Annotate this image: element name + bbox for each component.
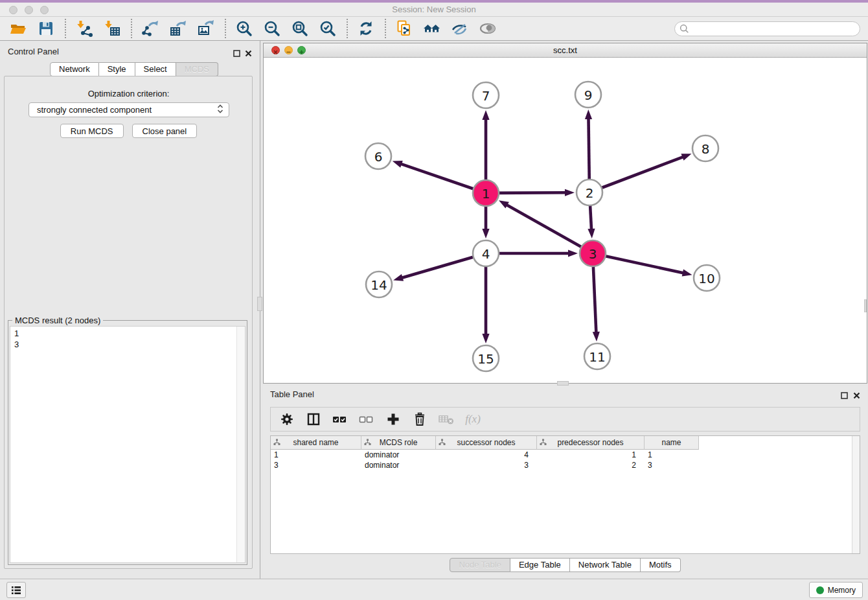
export-table-icon[interactable] [166, 17, 190, 40]
table-cell-predecessor-nodes[interactable]: 1 [537, 450, 645, 460]
graph-edge-arrowhead-1-7 [482, 110, 489, 120]
delete-column-icon[interactable] [411, 411, 428, 428]
close-table-panel-icon[interactable] [853, 390, 861, 398]
column-header-predecessor-nodes[interactable]: predecessor nodes [537, 436, 645, 450]
panel-divider-handle[interactable] [257, 297, 262, 311]
import-table-icon[interactable] [100, 17, 124, 40]
column-header-name[interactable]: name [645, 436, 699, 450]
toolbar-separator [385, 19, 386, 38]
table-cell-shared-name[interactable]: 3 [271, 460, 361, 470]
toolbar-separator [65, 19, 66, 38]
horizontal-divider-handle[interactable] [557, 381, 569, 386]
table-tab-motifs[interactable]: Motifs [641, 558, 681, 572]
add-column-icon[interactable] [385, 411, 402, 428]
network-canvas[interactable]: 7968124314101511 [264, 58, 867, 383]
table-tab-network-table[interactable]: Network Table [570, 558, 641, 572]
select-stepper-icon [217, 104, 223, 116]
table-toolbar: f(x) [270, 407, 860, 432]
search-field [674, 21, 860, 36]
zoom-fit-icon[interactable] [288, 17, 312, 40]
graph-edge-arrowhead-4-15 [482, 334, 489, 343]
tab-mcds[interactable]: MCDS [176, 62, 218, 76]
table-settings-icon[interactable] [279, 411, 295, 428]
export-image-icon[interactable] [194, 17, 218, 40]
table-cell-name[interactable]: 1 [645, 450, 699, 460]
deselect-all-icon[interactable] [358, 411, 375, 428]
table-tab-node-table[interactable]: Node Table [450, 558, 510, 572]
save-session-icon[interactable] [34, 17, 58, 40]
memory-label: Memory [828, 586, 856, 595]
graph-node-label-7: 7 [482, 88, 490, 104]
select-all-icon[interactable] [332, 411, 348, 428]
column-header-successor-nodes[interactable]: successor nodes [436, 436, 537, 450]
application-window: Session: New Session [0, 0, 868, 600]
graph-node-label-3: 3 [589, 246, 597, 262]
graph-node-label-14: 14 [371, 277, 387, 293]
titlebar: Session: New Session [0, 3, 868, 17]
close-panel-button[interactable]: Close panel [132, 124, 198, 138]
table-cell-mcds-role[interactable]: dominator [361, 460, 436, 470]
table-cell-successor-nodes[interactable]: 3 [436, 460, 537, 470]
memory-button[interactable]: Memory [809, 582, 863, 598]
result-scrollbar[interactable] [236, 327, 245, 562]
network-graph: 7968124314101511 [264, 58, 867, 383]
float-panel-icon[interactable] [233, 48, 241, 56]
graph-edge-arrowhead-4-3 [568, 249, 578, 257]
graph-node-label-4: 4 [482, 246, 490, 262]
graph-edge-3-10[interactable] [593, 253, 684, 273]
table-body: 1dominator4113dominator323 [271, 450, 860, 470]
table-row[interactable]: 3dominator323 [271, 460, 860, 470]
tab-network[interactable]: Network [50, 62, 99, 76]
graph-edge-arrowhead-1-2 [565, 189, 575, 196]
delete-table-icon[interactable] [438, 411, 455, 428]
function-builder-icon[interactable]: f(x) [464, 411, 481, 428]
choose-columns-icon[interactable] [305, 411, 322, 428]
zoom-in-icon[interactable] [233, 17, 256, 40]
hide-graphics-details-icon[interactable] [448, 17, 472, 40]
table-cell-name[interactable]: 3 [645, 460, 699, 470]
graph-edge-3-1[interactable] [506, 205, 593, 253]
optimization-criterion-select[interactable]: strongly connected component [29, 102, 229, 117]
memory-status-icon [816, 586, 824, 594]
search-input[interactable] [674, 21, 860, 36]
table-cell-shared-name[interactable]: 1 [271, 450, 361, 460]
table-tab-edge-table[interactable]: Edge Table [510, 558, 570, 572]
zoom-out-icon[interactable] [260, 17, 284, 40]
zoom-selected-icon[interactable] [316, 17, 339, 40]
toolbar-separator [131, 19, 132, 38]
eye-icon[interactable] [476, 17, 499, 40]
table-cell-predecessor-nodes[interactable]: 2 [537, 460, 645, 470]
control-panel-tabs: NetworkStyleSelectMCDS [50, 62, 218, 76]
run-mcds-button[interactable]: Run MCDS [60, 124, 124, 138]
table-cell-successor-nodes[interactable]: 4 [436, 450, 537, 460]
column-header-shared-name[interactable]: shared name [271, 436, 361, 450]
open-session-icon[interactable] [6, 17, 30, 40]
close-panel-icon[interactable] [245, 48, 253, 56]
refresh-view-icon[interactable] [354, 17, 378, 40]
table-scrollbar[interactable] [852, 436, 860, 553]
task-history-button[interactable] [6, 582, 26, 598]
copy-network-view-icon[interactable] [393, 17, 416, 40]
network-window-title: scc.txt [264, 45, 867, 55]
select-value: strongly connected component [37, 105, 217, 115]
status-bar: Memory [0, 579, 868, 600]
tab-style[interactable]: Style [99, 62, 135, 76]
graph-edge-arrowhead-1-4 [482, 229, 489, 238]
optimization-criterion-label: Optimization criterion: [0, 89, 257, 98]
home-layout-icon[interactable] [420, 17, 444, 40]
resize-mark[interactable] [864, 299, 867, 312]
graph-edge-2-8[interactable] [589, 157, 683, 192]
table-cell-mcds-role[interactable]: dominator [361, 450, 436, 460]
import-network-icon[interactable] [73, 17, 96, 40]
mcds-result-area[interactable]: 1 3 [10, 326, 246, 563]
tab-select[interactable]: Select [135, 62, 176, 76]
column-header-mcds-role[interactable]: MCDS role [361, 436, 436, 450]
graph-edge-arrowhead-3-11 [593, 332, 600, 341]
table-row[interactable]: 1dominator411 [271, 450, 860, 460]
graph-edge-arrowhead-3-10 [682, 270, 692, 277]
float-table-panel-icon[interactable] [841, 390, 849, 398]
column-header-label: shared name [293, 438, 338, 447]
export-network-icon[interactable] [139, 17, 162, 40]
graph-node-label-10: 10 [698, 271, 714, 286]
table-panel-title: Table Panel [270, 389, 314, 399]
